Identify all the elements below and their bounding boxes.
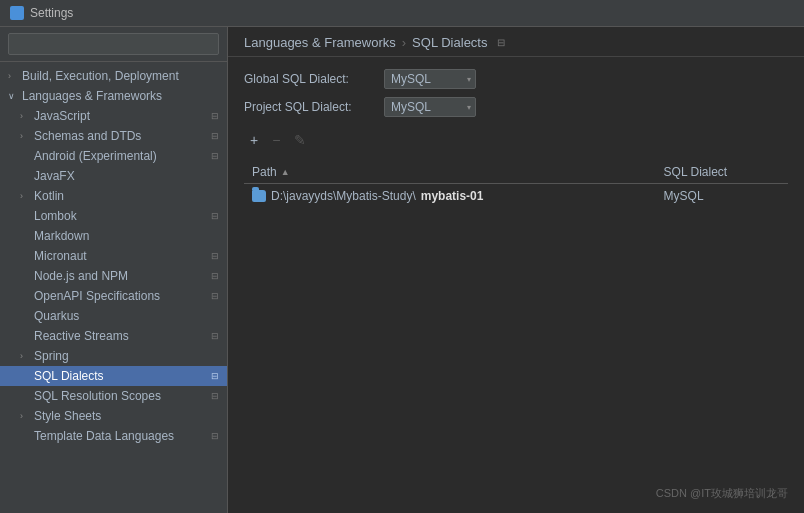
page-icon: ⊟ bbox=[211, 151, 219, 161]
table-row[interactable]: D:\javayyds\Mybatis-Study\mybatis-01 MyS… bbox=[244, 184, 788, 209]
sidebar-item-template[interactable]: › Template Data Languages ⊟ bbox=[0, 426, 227, 446]
search-bar: Q- bbox=[0, 27, 227, 62]
sidebar-item-stylesheets[interactable]: › Style Sheets bbox=[0, 406, 227, 426]
app-icon bbox=[10, 6, 24, 20]
global-dialect-row: Global SQL Dialect: MySQL PostgreSQL SQL… bbox=[244, 69, 788, 89]
column-header-dialect: SQL Dialect bbox=[656, 161, 788, 184]
page-icon: ⊟ bbox=[211, 391, 219, 401]
chevron-right-icon: › bbox=[20, 111, 30, 121]
path-bold: mybatis-01 bbox=[421, 189, 484, 203]
page-icon: ⊟ bbox=[211, 331, 219, 341]
dialect-cell: MySQL bbox=[656, 184, 788, 209]
page-icon: ⊟ bbox=[211, 111, 219, 121]
sidebar-item-markdown[interactable]: › Markdown bbox=[0, 226, 227, 246]
project-dialect-label: Project SQL Dialect: bbox=[244, 100, 374, 114]
table-toolbar: + − ✎ bbox=[244, 129, 788, 151]
sidebar-item-spring[interactable]: › Spring bbox=[0, 346, 227, 366]
project-dialect-row: Project SQL Dialect: MySQL PostgreSQL SQ… bbox=[244, 97, 788, 117]
sort-asc-icon: ▲ bbox=[281, 167, 290, 177]
page-icon: ⊟ bbox=[211, 211, 219, 221]
content-area: Languages & Frameworks › SQL Dialects ⊟ … bbox=[228, 27, 804, 513]
global-dialect-select-wrapper: MySQL PostgreSQL SQLite H2 Oracle ▾ bbox=[384, 69, 476, 89]
search-wrapper: Q- bbox=[8, 33, 219, 55]
sidebar-item-build[interactable]: › Build, Execution, Deployment bbox=[0, 66, 227, 86]
breadcrumb: Languages & Frameworks › SQL Dialects ⊟ bbox=[228, 27, 804, 57]
sidebar-item-micronaut[interactable]: › Micronaut ⊟ bbox=[0, 246, 227, 266]
main-layout: Q- › Build, Execution, Deployment ∨ Lang… bbox=[0, 27, 804, 513]
path-cell: D:\javayyds\Mybatis-Study\mybatis-01 bbox=[244, 184, 656, 209]
remove-button[interactable]: − bbox=[266, 129, 286, 151]
sidebar-item-lombok[interactable]: › Lombok ⊟ bbox=[0, 206, 227, 226]
breadcrumb-separator: › bbox=[402, 35, 406, 50]
content-body: Global SQL Dialect: MySQL PostgreSQL SQL… bbox=[228, 57, 804, 220]
chevron-right-icon: › bbox=[20, 411, 30, 421]
sidebar-item-sqlresolution[interactable]: › SQL Resolution Scopes ⊟ bbox=[0, 386, 227, 406]
sidebar: Q- › Build, Execution, Deployment ∨ Lang… bbox=[0, 27, 228, 513]
column-header-path: Path ▲ bbox=[244, 161, 656, 184]
sidebar-item-kotlin[interactable]: › Kotlin bbox=[0, 186, 227, 206]
page-icon: ⊟ bbox=[211, 271, 219, 281]
chevron-right-icon: › bbox=[20, 351, 30, 361]
breadcrumb-parent[interactable]: Languages & Frameworks bbox=[244, 35, 396, 50]
sidebar-list: › Build, Execution, Deployment ∨ Languag… bbox=[0, 62, 227, 513]
watermark: CSDN @IT玫城狮培训龙哥 bbox=[656, 486, 788, 501]
page-icon: ⊟ bbox=[211, 291, 219, 301]
project-dialect-select-wrapper: MySQL PostgreSQL SQLite H2 Oracle ▾ bbox=[384, 97, 476, 117]
sidebar-item-schemas[interactable]: › Schemas and DTDs ⊟ bbox=[0, 126, 227, 146]
sidebar-item-reactive[interactable]: › Reactive Streams ⊟ bbox=[0, 326, 227, 346]
content-wrapper: Global SQL Dialect: MySQL PostgreSQL SQL… bbox=[228, 57, 804, 513]
sidebar-item-nodejs[interactable]: › Node.js and NPM ⊟ bbox=[0, 266, 227, 286]
project-dialect-select[interactable]: MySQL PostgreSQL SQLite H2 Oracle bbox=[384, 97, 476, 117]
breadcrumb-current: SQL Dialects bbox=[412, 35, 487, 50]
sidebar-item-quarkus[interactable]: › Quarkus bbox=[0, 306, 227, 326]
chevron-down-icon: ∨ bbox=[8, 91, 18, 101]
page-icon: ⊟ bbox=[211, 431, 219, 441]
page-icon: ⊟ bbox=[211, 131, 219, 141]
global-dialect-label: Global SQL Dialect: bbox=[244, 72, 374, 86]
search-input[interactable] bbox=[8, 33, 219, 55]
sidebar-item-sqldialects[interactable]: › SQL Dialects ⊟ bbox=[0, 366, 227, 386]
title-bar: Settings bbox=[0, 0, 804, 27]
page-icon: ⊟ bbox=[211, 251, 219, 261]
folder-icon bbox=[252, 190, 266, 202]
title-bar-label: Settings bbox=[30, 6, 73, 20]
sidebar-item-openapi[interactable]: › OpenAPI Specifications ⊟ bbox=[0, 286, 227, 306]
chevron-right-icon: › bbox=[20, 191, 30, 201]
page-icon: ⊟ bbox=[211, 371, 219, 381]
edit-button[interactable]: ✎ bbox=[288, 129, 312, 151]
add-button[interactable]: + bbox=[244, 129, 264, 151]
sidebar-item-javafx[interactable]: › JavaFX bbox=[0, 166, 227, 186]
chevron-right-icon: › bbox=[20, 131, 30, 141]
breadcrumb-pin-icon: ⊟ bbox=[497, 37, 505, 48]
dialect-table: Path ▲ SQL Dialect bbox=[244, 161, 788, 208]
sidebar-item-javascript[interactable]: › JavaScript ⊟ bbox=[0, 106, 227, 126]
global-dialect-select[interactable]: MySQL PostgreSQL SQLite H2 Oracle bbox=[384, 69, 476, 89]
path-prefix: D:\javayyds\Mybatis-Study\ bbox=[271, 189, 416, 203]
chevron-right-icon: › bbox=[8, 71, 18, 81]
sidebar-item-android[interactable]: › Android (Experimental) ⊟ bbox=[0, 146, 227, 166]
sidebar-item-languages[interactable]: ∨ Languages & Frameworks bbox=[0, 86, 227, 106]
